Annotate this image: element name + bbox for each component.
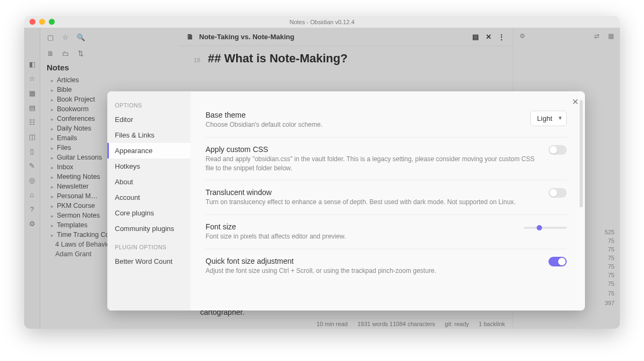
setting-title: Translucent window <box>206 188 538 197</box>
setting-desc: Adjust the font size using Ctrl + Scroll… <box>206 266 538 276</box>
setting-custom-css: Apply custom CSS Read and apply "obsidia… <box>206 138 567 181</box>
settings-nav-item[interactable]: Core plugins <box>107 205 191 221</box>
setting-title: Font size <box>206 222 513 231</box>
main-area: ◧ ☆ ▦ ▤ ☷ ◫ ▯ ✎ ◎ ⌂ ? ⚙ ▢ ☆ 🔍 🗎 🗀 ⇅ No <box>24 28 620 329</box>
settings-nav-item[interactable]: Community plugins <box>107 221 191 236</box>
settings-nav-item[interactable]: Account <box>107 190 191 205</box>
setting-title: Apply custom CSS <box>206 145 538 154</box>
setting-desc: Choose Obsidian's default color scheme. <box>206 120 519 129</box>
settings-nav-item[interactable]: Hotkeys <box>107 158 191 174</box>
dropdown-value: Light <box>537 114 552 122</box>
custom-css-toggle[interactable] <box>548 145 567 155</box>
setting-title: Base theme <box>206 111 519 119</box>
scrollbar[interactable] <box>580 100 583 207</box>
settings-nav-item[interactable]: Appearance <box>107 143 191 158</box>
settings-modal: × OPTIONS EditorFiles & LinksAppearanceH… <box>107 91 585 311</box>
font-size-slider[interactable] <box>524 227 567 229</box>
quick-font-toggle[interactable] <box>548 257 567 266</box>
settings-nav-item[interactable]: About <box>107 174 191 190</box>
setting-title: Quick font size adjustment <box>206 257 538 265</box>
settings-nav-item[interactable]: Editor <box>107 112 191 127</box>
settings-body: Base theme Choose Obsidian's default col… <box>191 91 585 311</box>
settings-nav-item[interactable]: Files & Links <box>107 127 191 143</box>
setting-quick-font: Quick font size adjustment Adjust the fo… <box>206 249 567 283</box>
translucent-toggle[interactable] <box>548 188 567 198</box>
setting-desc: Read and apply "obsidian.css" in the vau… <box>206 155 538 173</box>
setting-font-size: Font size Font size in pixels that affec… <box>206 215 567 249</box>
app-window: Notes - Obsidian v0.12.4 ◧ ☆ ▦ ▤ ☷ ◫ ▯ ✎… <box>24 16 620 329</box>
theme-dropdown[interactable]: Light <box>530 111 567 126</box>
settings-nav-item[interactable]: Better Word Count <box>107 254 191 269</box>
window-title: Notes - Obsidian v0.12.4 <box>24 19 620 25</box>
setting-desc: Turn on translucency effect to enhance a… <box>206 198 538 207</box>
setting-desc: Font size in pixels that affects editor … <box>206 232 513 241</box>
titlebar: Notes - Obsidian v0.12.4 <box>24 16 620 28</box>
setting-base-theme: Base theme Choose Obsidian's default col… <box>206 103 567 138</box>
settings-nav: OPTIONS EditorFiles & LinksAppearanceHot… <box>107 91 191 311</box>
nav-section-label: OPTIONS <box>107 99 191 112</box>
nav-section-label: PLUGIN OPTIONS <box>107 241 191 254</box>
setting-translucent: Translucent window Turn on translucency … <box>206 180 567 215</box>
